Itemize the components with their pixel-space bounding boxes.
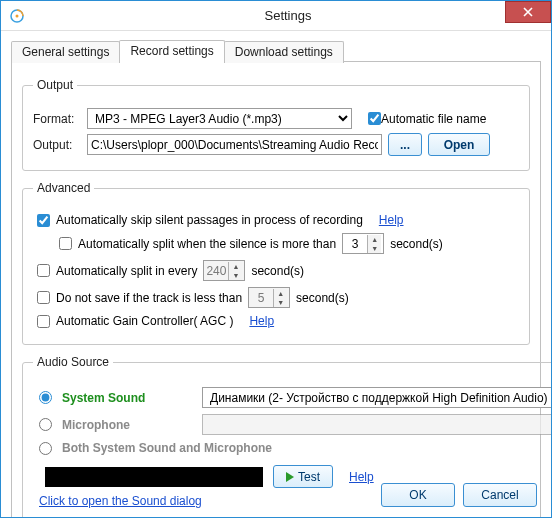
system-sound-device-select[interactable]: Динамики (2- Устройство с поддержкой Hig… bbox=[202, 387, 552, 408]
both-radio[interactable] bbox=[39, 442, 52, 455]
sound-dialog-link[interactable]: Click to open the Sound dialog bbox=[39, 494, 202, 508]
microphone-label: Microphone bbox=[62, 418, 192, 432]
format-label: Format: bbox=[33, 112, 81, 126]
split-silence-label: Automatically split when the silence is … bbox=[78, 237, 336, 251]
browse-button[interactable]: ... bbox=[388, 133, 422, 156]
not-save-checkbox[interactable] bbox=[37, 291, 50, 304]
output-label: Output: bbox=[33, 138, 81, 152]
spin-up-icon[interactable]: ▲ bbox=[273, 289, 287, 298]
skip-silent-label: Automatically skip silent passages in pr… bbox=[56, 213, 363, 227]
split-every-label: Automatically split in every bbox=[56, 264, 197, 278]
cancel-button[interactable]: Cancel bbox=[463, 483, 537, 507]
not-save-value[interactable] bbox=[249, 289, 273, 306]
spin-up-icon[interactable]: ▲ bbox=[367, 235, 381, 244]
tab-download[interactable]: Download settings bbox=[224, 41, 344, 63]
advanced-group: Advanced Automatically skip silent passa… bbox=[22, 181, 530, 345]
skip-silent-checkbox[interactable] bbox=[37, 214, 50, 227]
close-button[interactable] bbox=[505, 1, 551, 23]
test-label: Test bbox=[298, 470, 320, 484]
output-path-input[interactable] bbox=[87, 134, 382, 155]
app-icon bbox=[9, 8, 25, 24]
seconds-label-3: second(s) bbox=[296, 291, 349, 305]
spin-down-icon[interactable]: ▼ bbox=[367, 244, 381, 253]
split-every-spin[interactable]: ▲▼ bbox=[203, 260, 245, 281]
seconds-label-1: second(s) bbox=[390, 237, 443, 251]
tab-record[interactable]: Record settings bbox=[119, 40, 224, 62]
window-title: Settings bbox=[25, 8, 551, 23]
split-every-checkbox[interactable] bbox=[37, 264, 50, 277]
ok-button[interactable]: OK bbox=[381, 483, 455, 507]
output-legend: Output bbox=[33, 78, 77, 92]
dialog-footer: OK Cancel bbox=[381, 483, 537, 507]
agc-help-link[interactable]: Help bbox=[249, 314, 274, 328]
output-group: Output Format: MP3 - MPEG Layer3 Audio (… bbox=[22, 78, 530, 171]
spin-up-icon[interactable]: ▲ bbox=[228, 262, 242, 271]
auto-filename-checkbox[interactable] bbox=[368, 112, 381, 125]
content-area: General settings Record settings Downloa… bbox=[1, 31, 551, 518]
agc-label: Automatic Gain Controller( AGC ) bbox=[56, 314, 233, 328]
svg-point-1 bbox=[16, 14, 19, 17]
audio-source-legend: Audio Source bbox=[33, 355, 113, 369]
system-sound-radio[interactable] bbox=[39, 391, 52, 404]
open-button[interactable]: Open bbox=[428, 133, 490, 156]
microphone-radio[interactable] bbox=[39, 418, 52, 431]
spin-down-icon[interactable]: ▼ bbox=[273, 298, 287, 307]
system-sound-label: System Sound bbox=[62, 391, 192, 405]
tab-strip: General settings Record settings Downloa… bbox=[11, 39, 541, 62]
play-icon bbox=[286, 472, 294, 482]
split-silence-spin[interactable]: ▲▼ bbox=[342, 233, 384, 254]
seconds-label-2: second(s) bbox=[251, 264, 304, 278]
both-label: Both System Sound and Microphone bbox=[62, 441, 272, 455]
test-button[interactable]: Test bbox=[273, 465, 333, 488]
title-bar: Settings bbox=[1, 1, 551, 31]
spin-down-icon[interactable]: ▼ bbox=[228, 271, 242, 280]
microphone-device-select bbox=[202, 414, 552, 435]
advanced-legend: Advanced bbox=[33, 181, 94, 195]
level-meter bbox=[45, 467, 263, 487]
agc-checkbox[interactable] bbox=[37, 315, 50, 328]
split-silence-checkbox[interactable] bbox=[59, 237, 72, 250]
test-help-link[interactable]: Help bbox=[349, 470, 374, 484]
not-save-spin[interactable]: ▲▼ bbox=[248, 287, 290, 308]
skip-silent-help-link[interactable]: Help bbox=[379, 213, 404, 227]
split-silence-value[interactable] bbox=[343, 235, 367, 252]
tab-page-record: Output Format: MP3 - MPEG Layer3 Audio (… bbox=[11, 62, 541, 518]
auto-filename-label: Automatic file name bbox=[381, 112, 486, 126]
split-every-value[interactable] bbox=[204, 262, 228, 279]
not-save-label: Do not save if the track is less than bbox=[56, 291, 242, 305]
tab-general[interactable]: General settings bbox=[11, 41, 120, 63]
format-select[interactable]: MP3 - MPEG Layer3 Audio (*.mp3) bbox=[87, 108, 352, 129]
